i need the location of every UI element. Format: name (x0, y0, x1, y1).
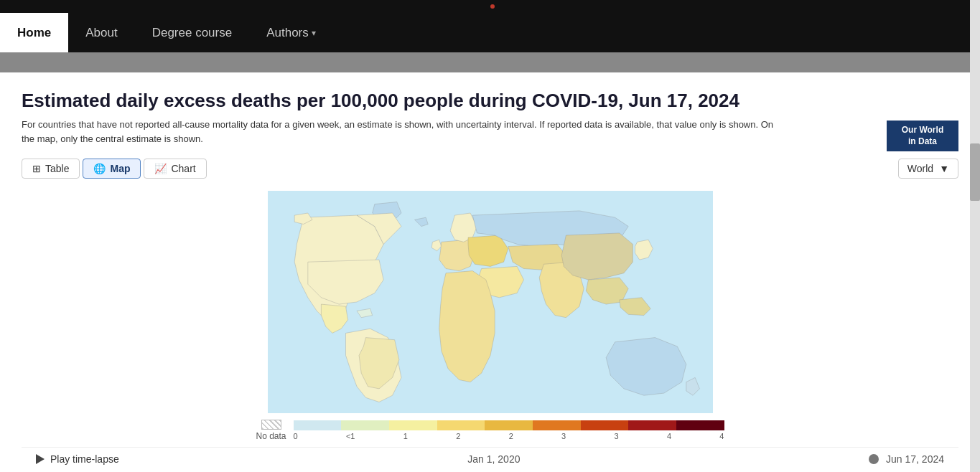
owid-badge-line2: in Data (908, 136, 937, 146)
legend-scale: 0 <1 1 2 2 3 3 4 4 (294, 420, 724, 440)
timeline-bar: Play time-lapse Jan 1, 2020 Jun 17, 2024 (22, 447, 958, 471)
timeline-dot[interactable] (869, 454, 879, 464)
legend-container: No data 0 <1 1 2 (22, 420, 958, 447)
nav-authors-arrow: ▾ (312, 28, 316, 38)
view-tabs: ⊞ Table 🌐 Map 📈 Chart (22, 159, 207, 179)
timeline-end-date: Jun 17, 2024 (886, 453, 944, 465)
map-container (22, 187, 958, 417)
timeline-right: Jun 17, 2024 (869, 453, 944, 465)
legend-seg-6 (581, 420, 629, 430)
nav-home[interactable]: Home (0, 13, 68, 52)
legend-label-4: 2 (509, 432, 513, 440)
owid-badge-line1: Our World (902, 125, 943, 135)
chart-title: Estimated daily excess deaths per 100,00… (22, 90, 811, 112)
nav-authors-label: Authors (266, 26, 309, 40)
tab-table[interactable]: ⊞ Table (22, 159, 80, 179)
nav-authors-dropdown: Authors ▾ (266, 26, 316, 40)
scrollbar[interactable] (970, 0, 980, 471)
legend-seg-1 (341, 420, 389, 430)
legend-seg-3 (437, 420, 485, 430)
legend-no-data-label: No data (256, 431, 286, 441)
scrollbar-thumb[interactable] (970, 143, 980, 201)
legend-labels: 0 <1 1 2 2 3 3 4 4 (294, 432, 724, 440)
nav-about[interactable]: About (68, 13, 134, 52)
tab-chart[interactable]: 📈 Chart (144, 159, 206, 179)
nav-authors[interactable]: Authors ▾ (249, 13, 333, 52)
play-icon (36, 454, 45, 464)
region-selector-label: World (907, 163, 933, 174)
region-selector-arrow: ▼ (939, 163, 949, 174)
tab-chart-label: Chart (171, 163, 195, 174)
view-controls: ⊞ Table 🌐 Map 📈 Chart World ▼ (22, 159, 958, 179)
legend-bar (294, 420, 724, 430)
legend-no-data-box (261, 420, 281, 430)
legend-label-2: 1 (403, 432, 408, 440)
tab-map-label: Map (110, 163, 130, 174)
main-content: Our World in Data Estimated daily excess… (0, 72, 980, 471)
navbar: Home About Degree course Authors ▾ (0, 13, 980, 52)
legend-seg-8 (676, 420, 724, 430)
top-bar-dot (490, 4, 495, 9)
legend-seg-2 (389, 420, 437, 430)
top-bar (0, 0, 980, 13)
world-map[interactable] (160, 191, 821, 413)
legend-label-6: 3 (614, 432, 618, 440)
tab-map[interactable]: 🌐 Map (83, 159, 141, 179)
legend-label-0: 0 (294, 432, 298, 440)
legend-label-5: 3 (561, 432, 566, 440)
legend-seg-7 (628, 420, 676, 430)
legend-label-7: 4 (667, 432, 671, 440)
timeline-start-date: Jan 1, 2020 (467, 453, 520, 465)
legend-seg-0 (294, 420, 342, 430)
nav-degree-course[interactable]: Degree course (135, 13, 250, 52)
play-button[interactable]: Play time-lapse (36, 453, 119, 465)
legend-seg-4 (485, 420, 533, 430)
tab-table-label: Table (45, 163, 69, 174)
play-label: Play time-lapse (50, 453, 119, 465)
legend-label-8: 4 (719, 432, 724, 440)
legend-label-3: 2 (456, 432, 460, 440)
region-selector[interactable]: World ▼ (898, 159, 958, 179)
globe-icon: 🌐 (93, 163, 106, 174)
chart-subtitle: For countries that have not reported all… (22, 118, 775, 146)
sub-bar (0, 52, 980, 72)
legend-seg-5 (533, 420, 581, 430)
chart-icon: 📈 (154, 163, 167, 174)
table-icon: ⊞ (32, 163, 41, 174)
legend-label-1: <1 (346, 432, 355, 440)
legend-no-data: No data (256, 420, 286, 441)
owid-badge[interactable]: Our World in Data (887, 121, 958, 151)
